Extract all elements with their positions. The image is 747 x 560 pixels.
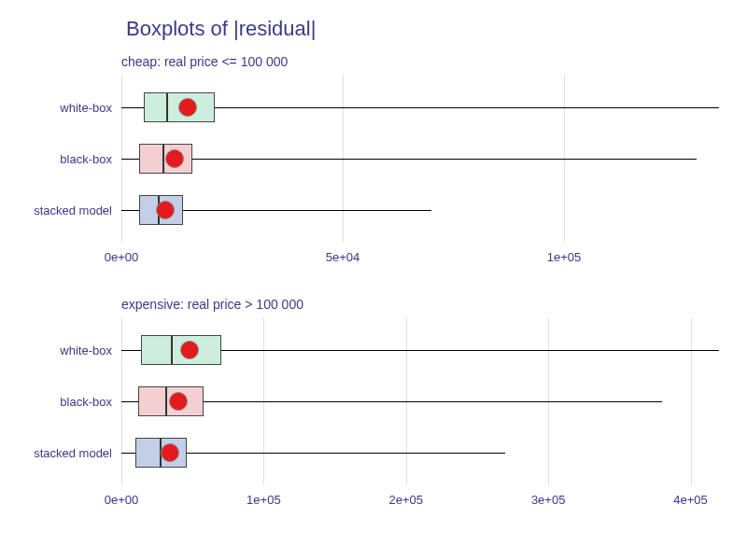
whisker <box>121 159 697 160</box>
mean-dot <box>178 98 197 117</box>
mean-dot <box>180 341 199 359</box>
x-tick-label: 1e+05 <box>247 493 281 507</box>
panel-subtitle-cheap: cheap: real price <= 100 000 <box>121 54 288 69</box>
median-line <box>166 93 168 121</box>
median-line <box>165 387 167 415</box>
x-axis: 0e+00 1e+05 2e+05 3e+05 4e+05 <box>121 493 719 511</box>
x-tick-label: 0e+00 <box>105 493 139 507</box>
panel-subtitle-expensive: expensive: real price > 100 000 <box>121 297 303 312</box>
x-tick-label: 1e+05 <box>547 250 582 264</box>
x-tick-label: 4e+05 <box>673 493 708 507</box>
x-tick-label: 2e+05 <box>388 493 423 507</box>
x-tick-label: 0e+00 <box>105 250 139 264</box>
y-category-label: stacked model <box>34 446 112 460</box>
box-row-white-box: white-box <box>121 327 719 373</box>
box-row-stacked-model: stacked model <box>121 429 719 476</box>
x-tick-label: 3e+05 <box>531 493 566 507</box>
mean-dot <box>156 201 175 219</box>
mean-dot <box>169 392 188 411</box>
box-row-white-box: white-box <box>121 84 719 131</box>
mean-dot <box>165 149 184 168</box>
mean-dot <box>161 443 179 462</box>
box-row-black-box: black-box <box>121 378 719 425</box>
y-category-label: black-box <box>60 152 112 166</box>
y-category-label: white-box <box>60 101 112 115</box>
x-tick-label: 5e+04 <box>326 250 360 264</box>
y-category-label: white-box <box>60 343 112 357</box>
median-line <box>171 336 173 364</box>
chart-title: Boxplots of |residual| <box>126 17 316 41</box>
median-line <box>162 145 164 173</box>
y-category-label: black-box <box>60 395 112 409</box>
y-category-label: stacked model <box>34 203 112 217</box>
box-row-stacked-model: stacked model <box>121 187 719 233</box>
x-axis: 0e+00 5e+04 1e+05 <box>121 250 719 269</box>
box-row-black-box: black-box <box>121 135 719 182</box>
chart-panel-expensive: white-box black-box stacked model 0e+00 … <box>121 317 719 485</box>
chart-panel-cheap: white-box black-box stacked model 0e+00 … <box>121 75 719 243</box>
